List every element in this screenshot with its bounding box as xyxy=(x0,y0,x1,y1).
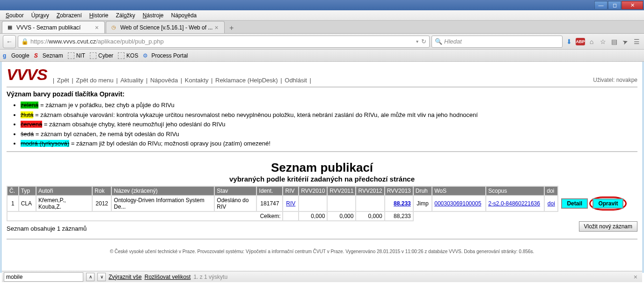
nav-helpdesk[interactable]: Reklamace (HelpDesk) xyxy=(214,77,279,84)
tab-vvvs[interactable]: ▦ VVVS - Seznam publikací × xyxy=(2,21,105,33)
lock-icon: 🔒 xyxy=(21,38,29,45)
google-icon: g xyxy=(3,52,9,59)
legend-item: modrá (tyrkysová) = záznam již byl odesl… xyxy=(21,139,637,148)
tab-close-icon[interactable]: × xyxy=(212,24,220,31)
send-icon[interactable]: ➤ xyxy=(619,36,631,48)
home-icon[interactable]: ⌂ xyxy=(587,37,596,46)
col-rvv2011: RVV2011 xyxy=(327,186,356,196)
menu-file[interactable]: Soubor xyxy=(2,11,28,20)
detail-button[interactable]: Detail xyxy=(561,198,588,209)
reload-icon[interactable]: ↻ xyxy=(421,38,426,45)
menu-help[interactable]: Nápověda xyxy=(168,11,201,20)
wos-link[interactable]: 000303069100005 xyxy=(434,200,481,207)
nav-back-menu[interactable]: Zpět do menu xyxy=(75,77,114,84)
list-icon[interactable]: ▤ xyxy=(609,37,619,46)
rvv2013-link[interactable]: 88.233 xyxy=(394,200,411,207)
bookmark-cyber[interactable]: Cyber xyxy=(90,52,113,59)
find-input[interactable] xyxy=(4,272,83,282)
logo: VVVS xyxy=(7,66,47,84)
highlight-all-link[interactable]: Zvýraznit vše xyxy=(109,274,142,280)
cell-rvv2013: 88.233 xyxy=(385,196,413,211)
bookmark-nit[interactable]: NIT xyxy=(68,52,85,59)
separator xyxy=(7,239,637,240)
legend-list: zelená = záznam je v pořádku, bez chyb a… xyxy=(21,101,637,148)
gear-icon: ⚙ xyxy=(143,52,149,59)
cell-authors: Křemen,P., Kouba,Z. xyxy=(36,196,92,211)
search-box[interactable]: 🔍 Hledat xyxy=(432,36,563,48)
find-bar: ∧ ∨ Zvýraznit vše Rozlišovat velikost 1.… xyxy=(2,271,642,282)
find-count: 1. z 1 výskytu xyxy=(193,274,227,280)
tab-wos[interactable]: ◷ Web of Science [v.5.16.1] - Web of ...… xyxy=(106,21,225,33)
total-2012: 0,000 xyxy=(356,211,384,221)
riv-link[interactable]: RIV xyxy=(286,200,295,207)
bookmark-process-portal[interactable]: ⚙Process Portal xyxy=(143,52,188,59)
nav-back[interactable]: Zpět xyxy=(56,77,70,84)
find-prev-button[interactable]: ∧ xyxy=(86,273,95,281)
menu-icon[interactable]: ☰ xyxy=(632,37,641,46)
nav-news[interactable]: Aktuality xyxy=(119,77,144,84)
new-tab-button[interactable]: + xyxy=(226,23,238,33)
doi-link[interactable]: doi xyxy=(548,200,555,207)
cell-doi: doi xyxy=(544,196,558,211)
col-wos: WoS xyxy=(432,186,486,196)
table-row: 1 CLA Křemen,P., Kouba,Z. 2012 Ontology-… xyxy=(7,196,637,211)
scopus-link[interactable]: 2-s2.0-84860221636 xyxy=(488,200,540,207)
nav-help[interactable]: Nápověda xyxy=(149,77,179,84)
separator xyxy=(7,87,637,87)
bookmark-seznam[interactable]: SSeznam xyxy=(34,52,63,59)
col-riv: RIV xyxy=(283,186,299,196)
url-prefix: https:// xyxy=(30,38,49,45)
col-authors: Autoři xyxy=(36,186,92,196)
page-content: VVVS | Zpět | Zpět do menu | Aktuality |… xyxy=(0,62,644,273)
bookmark-google[interactable]: gGoogle xyxy=(3,52,29,59)
dropdown-icon[interactable]: ▾ xyxy=(416,39,418,44)
record-count: Seznam obsahuje 1 záznamů xyxy=(7,225,87,232)
col-doi: doi xyxy=(544,186,558,196)
search-placeholder: Hledat xyxy=(444,38,462,45)
match-case-link[interactable]: Rozlišovat velikost xyxy=(145,274,191,280)
window-close-button[interactable]: ✕ xyxy=(622,1,643,9)
window-maximize-button[interactable]: ◻ xyxy=(608,1,621,9)
bookmark-star-icon[interactable]: ☆ xyxy=(598,37,607,46)
col-num: Č. xyxy=(7,186,19,196)
find-close-icon[interactable]: × xyxy=(631,273,640,281)
cell-rvv2012 xyxy=(356,196,384,211)
menubar: Soubor Úpravy Zobrazení Historie Záložky… xyxy=(0,10,644,21)
back-button[interactable]: ← xyxy=(3,35,16,48)
find-next-button[interactable]: ∨ xyxy=(97,273,106,281)
placeholder-icon xyxy=(68,52,74,59)
total-2011: 0,000 xyxy=(327,211,356,221)
edit-button[interactable]: Opravit xyxy=(593,198,623,209)
col-rvv2012: RVV2012 xyxy=(356,186,384,196)
url-host: www.vvvs.cvut.cz xyxy=(49,38,96,45)
window-minimize-button[interactable]: — xyxy=(594,1,607,9)
page-subtitle: vybraných podle kritérií zadaných na pře… xyxy=(7,175,637,183)
menu-bookmarks[interactable]: Záložky xyxy=(112,11,139,20)
cell-typ: CLA xyxy=(19,196,36,211)
tab-close-icon[interactable]: × xyxy=(93,24,101,31)
nav-logout[interactable]: Odhlásit xyxy=(284,77,308,84)
placeholder-icon xyxy=(90,52,96,59)
favicon-vvvs-icon: ▦ xyxy=(6,24,14,31)
menu-view[interactable]: Zobrazení xyxy=(53,11,86,20)
menu-history[interactable]: Historie xyxy=(86,11,112,20)
cell-rvv2011 xyxy=(327,196,356,211)
menu-tools[interactable]: Nástroje xyxy=(139,11,168,20)
url-path: /aplikace/publ/pub_p.php xyxy=(96,38,164,45)
col-title: Název (zkrácený) xyxy=(111,186,214,196)
download-icon[interactable]: ⬇ xyxy=(564,37,574,46)
cell-riv: RIV xyxy=(283,196,299,211)
tab-label: Web of Science [v.5.16.1] - Web of ... xyxy=(120,24,212,31)
table-totals-row: Celkem: 0,000 0,000 0,000 88,233 xyxy=(7,211,637,221)
cell-title: Ontology-Driven Information System De... xyxy=(111,196,214,211)
toolbar: ← 🔒 https://www.vvvs.cvut.cz/aplikace/pu… xyxy=(0,34,644,50)
new-record-button[interactable]: Vložit nový záznam xyxy=(579,221,637,232)
bookmark-kos[interactable]: KOS xyxy=(118,52,138,59)
address-bar[interactable]: 🔒 https://www.vvvs.cvut.cz/aplikace/publ… xyxy=(18,36,430,48)
seznam-icon: S xyxy=(34,52,41,59)
menu-edit[interactable]: Úpravy xyxy=(28,11,53,20)
abp-icon[interactable]: ABP xyxy=(576,38,585,45)
col-ident: Ident. xyxy=(256,186,283,196)
favicon-wos-icon: ◷ xyxy=(110,24,117,31)
nav-contacts[interactable]: Kontakty xyxy=(184,77,210,84)
